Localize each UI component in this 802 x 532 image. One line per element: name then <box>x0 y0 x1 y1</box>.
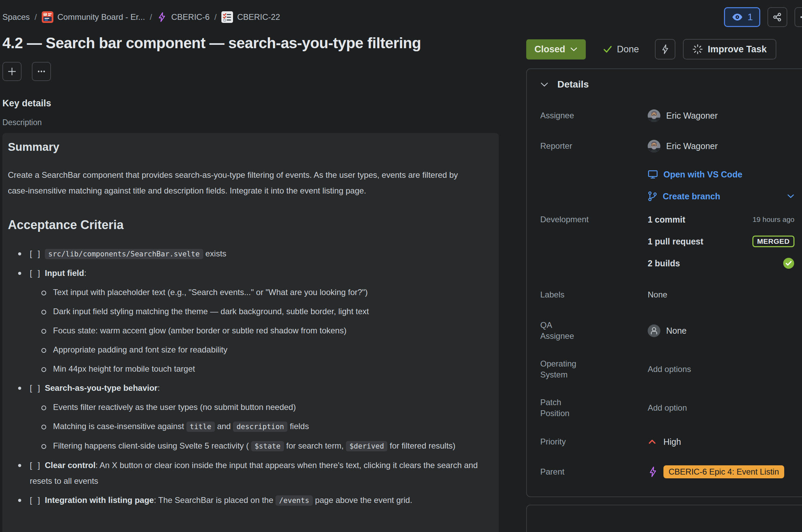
commit-time: 19 hours ago <box>752 215 794 224</box>
status-label: Closed <box>534 44 565 55</box>
right-sidebar: Closed Done <box>526 39 802 532</box>
sparkle-icon <box>693 44 703 54</box>
priority-value[interactable]: High <box>648 437 794 447</box>
summary-heading: Summary <box>8 141 492 154</box>
more-actions-button[interactable] <box>32 62 51 81</box>
circle-bullet-icon <box>41 304 53 319</box>
breadcrumb-spaces[interactable]: Spaces <box>2 12 30 22</box>
criteria-text: Events filter reactively as the user typ… <box>53 399 296 415</box>
assignee-label: Assignee <box>540 110 648 121</box>
open-vscode-link[interactable]: Open with VS Code <box>648 170 742 179</box>
open-vscode-label: Open with VS Code <box>663 170 742 179</box>
checkbox-marker: [ ] <box>30 495 42 505</box>
create-branch-link[interactable]: Create branch <box>648 191 720 201</box>
bullet-icon <box>17 380 30 396</box>
criteria-plain-text: and <box>215 422 233 431</box>
more-button[interactable] <box>794 7 802 27</box>
breadcrumb-task[interactable]: CBERIC-22 <box>221 11 280 23</box>
add-button[interactable] <box>2 62 22 81</box>
done-action[interactable]: Done <box>603 44 639 55</box>
parent-epic-pill[interactable]: CBERIC-6 Epic 4: Event Listin <box>663 465 784 478</box>
status-dropdown[interactable]: Closed <box>526 39 586 59</box>
build-success-icon <box>783 257 794 269</box>
field-row-reporter: Reporter Eric Wagoner <box>540 137 794 155</box>
details-header[interactable]: Details <box>540 79 794 90</box>
breadcrumb-project-label: Community Board - Er... <box>57 12 145 22</box>
bullet-icon <box>17 457 30 489</box>
improve-task-button[interactable]: Improve Task <box>683 39 776 59</box>
breadcrumb-separator: / <box>215 12 217 22</box>
more-fields-panel[interactable]: More fields Original estimate, Time trac… <box>526 505 802 532</box>
circle-bullet-icon <box>41 284 53 300</box>
description-panel[interactable]: Summary Create a SearchBar component tha… <box>2 133 499 532</box>
breadcrumb-epic-label: CBERIC-6 <box>171 12 209 22</box>
field-row-qa-assignee: QA Assignee None <box>540 320 794 342</box>
bullet-icon <box>17 246 30 262</box>
field-row-assignee: Assignee Eric Wagoner <box>540 106 794 125</box>
ellipsis-icon <box>800 13 802 22</box>
criteria-text: [ ]Search-as-you-type behavior: <box>30 380 160 396</box>
criteria-plain-text: Appropriate padding and font size for re… <box>53 345 228 354</box>
avatar <box>648 140 660 152</box>
labels-value[interactable]: None <box>648 290 667 300</box>
criteria-text: Text input with placeholder text (e.g., … <box>53 284 368 300</box>
circle-bullet-icon <box>41 399 53 415</box>
criteria-text: Dark input field styling matching the th… <box>53 304 369 319</box>
checkbox-marker: [ ] <box>30 461 42 470</box>
criteria-plain-text: for filtered results) <box>387 441 455 450</box>
merged-badge: MERGED <box>752 236 794 247</box>
patch-position-value[interactable]: Add option <box>648 403 687 413</box>
field-row-builds: 2 builds <box>540 254 794 272</box>
criteria-plain-text: : An X button or clear icon inside the i… <box>30 461 480 486</box>
code-chip: $derived <box>346 441 387 451</box>
circle-bullet-icon <box>41 323 53 338</box>
reporter-label: Reporter <box>540 141 648 151</box>
criteria-item: Focus state: warm accent glow (amber bor… <box>8 323 492 338</box>
done-label: Done <box>617 44 639 55</box>
criteria-bold-text: Clear control <box>45 461 95 470</box>
commit-link[interactable]: 1 commit <box>648 215 685 225</box>
criteria-plain-text: for search term, <box>284 441 346 450</box>
qa-assignee-name: None <box>666 326 687 336</box>
assignee-value[interactable]: Eric Wagoner <box>648 109 794 122</box>
operating-system-value[interactable]: Add options <box>648 364 691 374</box>
criteria-plain-text: Dark input field styling matching the th… <box>53 307 369 316</box>
acceptance-criteria-heading: Acceptance Criteria <box>8 218 492 232</box>
criteria-plain-text: Matching is case-insensitive against <box>53 422 186 431</box>
priority-label: Priority <box>540 436 648 447</box>
chevron-down-icon[interactable] <box>787 194 794 199</box>
reporter-value[interactable]: Eric Wagoner <box>648 140 794 152</box>
automation-button[interactable] <box>655 39 675 59</box>
criteria-plain-text: fields <box>287 422 309 431</box>
pull-request-link[interactable]: 1 pull request <box>648 237 703 247</box>
top-header: Spaces / Community Board - Er... / <box>0 0 802 34</box>
circle-bullet-icon <box>41 438 53 454</box>
criteria-bold-text: Integration with listing page <box>45 495 154 505</box>
field-row-priority: Priority High <box>540 434 794 449</box>
parent-label: Parent <box>540 466 648 477</box>
field-row-development: Development 1 commit 19 hours ago <box>540 210 794 229</box>
breadcrumb-project[interactable]: Community Board - Er... <box>42 11 145 23</box>
priority-name: High <box>663 437 681 447</box>
field-row-operating-system: Operating System Add options <box>540 358 794 380</box>
operating-system-label: Operating System <box>540 358 648 380</box>
criteria-item: Text input with placeholder text (e.g., … <box>8 284 492 300</box>
person-placeholder-icon <box>648 324 660 337</box>
plus-icon <box>7 66 17 77</box>
share-button[interactable] <box>767 7 787 27</box>
criteria-plain-text: Focus state: warm accent glow (amber bor… <box>53 326 347 335</box>
summary-text: Create a SearchBar component that provid… <box>8 167 477 199</box>
create-branch-label: Create branch <box>663 191 720 201</box>
breadcrumb-separator: / <box>150 12 152 22</box>
bullet-icon <box>17 492 30 508</box>
qa-assignee-value[interactable]: None <box>648 324 794 337</box>
watch-button[interactable]: 1 <box>724 7 760 27</box>
breadcrumb-task-label: CBERIC-22 <box>237 12 280 22</box>
criteria-item: [ ]Input field: <box>8 265 492 281</box>
avatar <box>648 109 660 122</box>
breadcrumb-epic[interactable]: CBERIC-6 <box>157 12 209 22</box>
criteria-item: [ ]Search-as-you-type behavior: <box>8 380 492 396</box>
criteria-text: Focus state: warm accent glow (amber bor… <box>53 323 347 338</box>
criteria-plain-text: : <box>84 268 87 278</box>
builds-link[interactable]: 2 builds <box>648 258 680 268</box>
